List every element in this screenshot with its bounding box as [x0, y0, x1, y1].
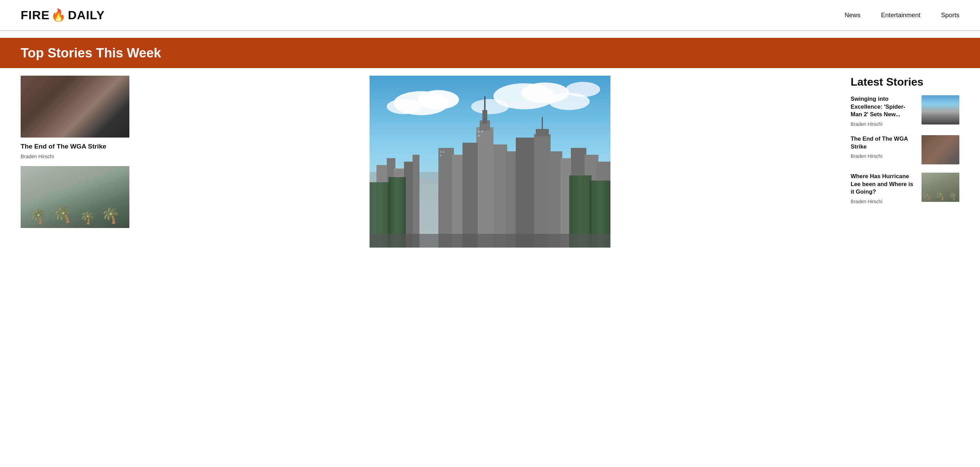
svg-rect-23: [493, 145, 507, 248]
latest-item-text-spiderman: Swinging into Excellence: 'Spider-Man 2'…: [851, 95, 917, 127]
story-card-wga[interactable]: The End of The WGA Strike Braden Hirschi: [21, 76, 129, 159]
svg-rect-16: [476, 127, 493, 248]
svg-rect-43: [481, 131, 483, 132]
story-card-hurricane[interactable]: 🌴 🌴 🌴 🌴: [21, 166, 129, 228]
main-content: The End of The WGA Strike Braden Hirschi…: [0, 71, 980, 248]
hero-banner: Top Stories This Week: [0, 38, 980, 68]
latest-item-hurricane2[interactable]: Where Has Hurricane Lee been and Where i…: [851, 173, 959, 204]
latest-thumb-spiderman: [921, 95, 959, 124]
svg-rect-25: [516, 138, 535, 248]
latest-author-spiderman: Braden Hirschi: [851, 121, 917, 127]
logo-fire-text: FIRE: [21, 8, 49, 22]
center-column: [138, 71, 842, 248]
nav-entertainment[interactable]: Entertainment: [881, 11, 921, 19]
svg-rect-44: [478, 135, 480, 137]
svg-rect-29: [549, 151, 562, 248]
latest-author-hurricane2: Braden Hirschi: [851, 199, 917, 204]
latest-thumb-hurricane2: 🌴 🌴 🌴: [921, 173, 959, 202]
svg-rect-40: [443, 151, 444, 152]
right-column: Latest Stories Swinging into Excellence:…: [842, 71, 959, 248]
svg-rect-21: [452, 155, 464, 248]
svg-point-8: [566, 82, 600, 97]
left-column: The End of The WGA Strike Braden Hirschi…: [21, 71, 138, 248]
main-nav: News Entertainment Sports: [845, 11, 959, 19]
svg-rect-27: [536, 129, 549, 136]
story-author-wga: Braden Hirschi: [21, 154, 129, 159]
latest-item-spiderman[interactable]: Swinging into Excellence: 'Spider-Man 2'…: [851, 95, 959, 127]
svg-point-2: [418, 90, 459, 110]
svg-rect-41: [440, 155, 441, 156]
latest-thumb-wga2: [921, 135, 959, 164]
latest-item-text-hurricane2: Where Has Hurricane Lee been and Where i…: [851, 173, 917, 204]
latest-item-text-wga2: The End of The WGA Strike Braden Hirschi: [851, 135, 917, 159]
svg-rect-18: [482, 110, 487, 124]
site-header: FIRE🔥DAILY News Entertainment Sports: [0, 0, 980, 31]
latest-author-wga2: Braden Hirschi: [851, 153, 917, 159]
logo-daily-text: DAILY: [68, 8, 105, 22]
nav-news[interactable]: News: [845, 11, 860, 19]
hero-title: Top Stories This Week: [21, 45, 959, 60]
story-title-wga: The End of The WGA Strike: [21, 142, 129, 151]
latest-title-wga2: The End of The WGA Strike: [851, 135, 917, 151]
latest-stories-heading: Latest Stories: [851, 76, 959, 88]
svg-point-7: [471, 99, 509, 114]
latest-item-wga2[interactable]: The End of The WGA Strike Braden Hirschi: [851, 135, 959, 164]
nav-sports[interactable]: Sports: [941, 11, 959, 19]
story-image-protest: [21, 76, 129, 138]
svg-point-3: [387, 99, 421, 114]
nyc-skyline-svg: [143, 76, 837, 248]
svg-rect-26: [534, 134, 550, 248]
flame-icon: 🔥: [51, 8, 67, 22]
svg-rect-15: [412, 155, 420, 248]
site-logo[interactable]: FIRE🔥DAILY: [21, 8, 105, 22]
svg-rect-20: [438, 148, 454, 248]
latest-title-spiderman: Swinging into Excellence: 'Spider-Man 2'…: [851, 95, 917, 119]
latest-title-hurricane2: Where Has Hurricane Lee been and Where i…: [851, 173, 917, 196]
story-image-hurricane: 🌴 🌴 🌴 🌴: [21, 166, 129, 228]
svg-rect-24: [506, 151, 517, 248]
center-image-container: [143, 76, 837, 248]
svg-rect-22: [463, 143, 478, 248]
svg-rect-42: [478, 131, 480, 132]
svg-rect-39: [440, 151, 441, 152]
svg-rect-38: [369, 234, 611, 248]
